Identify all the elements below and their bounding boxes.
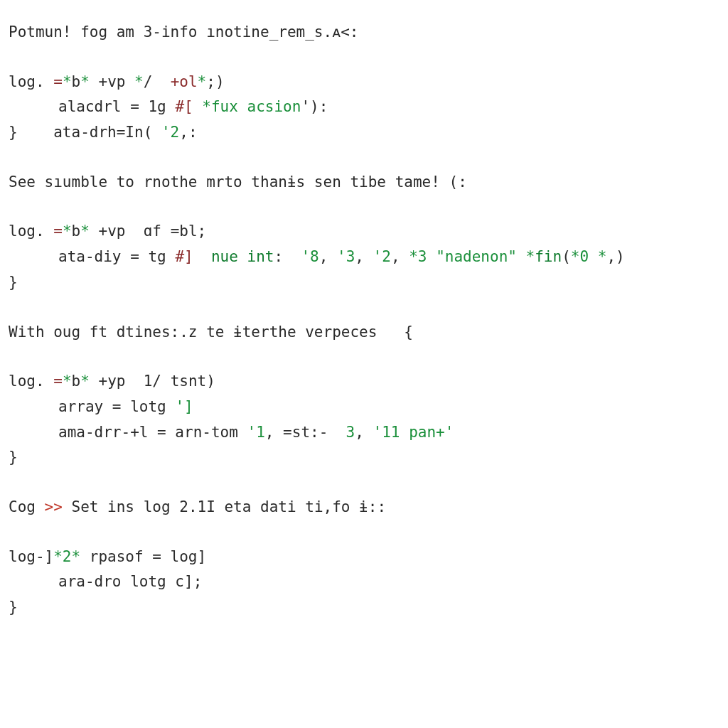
code-token: * xyxy=(202,98,211,115)
code-token: ata-diy = tg xyxy=(58,248,175,265)
code-token: log. xyxy=(9,223,53,240)
code-token: *0 * xyxy=(571,248,607,265)
code-token: } xyxy=(9,599,18,616)
code-token: '] xyxy=(175,398,193,415)
code-token: ara-dro lotg c]; xyxy=(58,573,202,590)
code-token: fux acsion xyxy=(211,98,301,115)
code-token: +vp xyxy=(98,73,134,90)
code-block: See sıumble to rnothe mrto thanɨs sen ti… xyxy=(9,170,719,296)
code-token: +vp xyxy=(98,223,143,240)
code-token: ama-drr-+l = arn-tom xyxy=(58,424,247,441)
prose-line: Cog >> Set ins log 2.1I eta dati ti,fo ɨ… xyxy=(9,495,719,520)
code-token: nue int xyxy=(211,248,274,265)
code-block: With oug ft dtines:.z te ɨterthe verpece… xyxy=(9,320,719,471)
code-token: * xyxy=(80,373,98,390)
code-token: *2* xyxy=(53,548,80,565)
code-token: alacdrl = 1g xyxy=(58,98,175,115)
code-token: = xyxy=(53,373,63,390)
code-token: } xyxy=(9,449,18,466)
code-token: Set ins log 2.1I eta dati ti,fo ɨ:: xyxy=(72,498,387,515)
code-token: * xyxy=(517,248,535,265)
code-token: 1/ tsnt) xyxy=(144,373,215,390)
code-line: } xyxy=(9,445,719,471)
code-token: ,) xyxy=(606,248,624,265)
prose-line: See sıumble to rnothe mrto thanɨs sen ti… xyxy=(9,170,719,196)
code-token: 3 xyxy=(337,424,355,441)
code-token: b xyxy=(72,223,81,240)
code-line: array = lotg '] xyxy=(9,395,719,420)
code-line: } xyxy=(9,270,719,296)
prose-text: With oug ft dtines:.z te ɨterthe verpece… xyxy=(9,323,413,341)
code-token: '2 xyxy=(161,124,179,141)
code-token: Cog xyxy=(9,498,45,515)
code-token: ata-drh=In( xyxy=(53,124,161,141)
code-token: * xyxy=(63,73,72,90)
code-token: log. xyxy=(9,373,53,390)
code-token: b xyxy=(72,73,81,90)
code-document: Potmun! fog am 3-info ınotine_rem_s.ᴀ<:l… xyxy=(9,20,719,621)
code-line: } xyxy=(9,595,719,621)
code-token: #[ xyxy=(175,98,202,115)
code-line: alacdrl = 1g #[ *fux acsion'): xyxy=(9,95,719,120)
code-token: = xyxy=(53,223,63,240)
code-token: b xyxy=(72,373,81,390)
code-token: log-] xyxy=(9,548,53,565)
code-token: =bl; xyxy=(171,223,207,240)
code-token: '3 xyxy=(337,248,355,265)
code-block: Potmun! fog am 3-info ınotine_rem_s.ᴀ<:l… xyxy=(9,20,719,146)
code-token: '1 xyxy=(247,424,265,441)
code-line: ata-diy = tg #] nue int: '8, '3, '2, *3 … xyxy=(9,245,719,270)
code-token: '2 xyxy=(373,248,391,265)
code-token: * xyxy=(198,73,207,90)
code-token: >> xyxy=(45,498,72,515)
code-line: ara-dro lotg c]; xyxy=(9,569,719,595)
code-token: * xyxy=(80,73,98,90)
code-token: , xyxy=(391,248,409,265)
code-token: rpasof = log] xyxy=(80,548,206,565)
code-line: log-]*2* rpasof = log] xyxy=(9,545,719,570)
code-line: log. =*b* +vp ɑf =bl; xyxy=(9,219,719,245)
code-token: "nadenon" xyxy=(436,248,517,265)
code-token: * xyxy=(134,73,144,90)
code-block: Cog >> Set ins log 2.1I eta dati ti,fo ɨ… xyxy=(9,495,719,621)
code-token: array = lotg xyxy=(58,398,175,415)
code-token: '8 xyxy=(301,248,318,265)
code-token: fin xyxy=(535,248,562,265)
code-line: log. =*b* +vp */ +ol*;) xyxy=(9,70,719,95)
code-token: ɑf xyxy=(144,223,171,240)
code-token: *3 xyxy=(409,248,436,265)
code-token: '11 pan+' xyxy=(373,424,454,441)
code-token: '): xyxy=(301,98,328,115)
code-token: * xyxy=(63,223,72,240)
code-token: =st:- xyxy=(283,424,337,441)
code-token: * xyxy=(63,373,72,390)
code-token: log. xyxy=(9,73,53,90)
code-token: , xyxy=(355,424,373,441)
code-line: ama-drr-+l = arn-tom '1, =st:- 3, '11 pa… xyxy=(9,420,719,446)
code-token: * xyxy=(80,223,98,240)
code-token: ;) xyxy=(206,73,224,90)
code-token: , xyxy=(265,424,283,441)
code-token: , xyxy=(355,248,373,265)
code-token: : xyxy=(274,248,301,265)
code-token: = xyxy=(53,73,63,90)
code-token: } xyxy=(9,274,18,291)
code-line: log. =*b* +yp 1/ tsnt) xyxy=(9,369,719,395)
code-token: } xyxy=(9,124,53,141)
code-token: #] xyxy=(175,248,211,265)
prose-line: Potmun! fog am 3-info ınotine_rem_s.ᴀ<: xyxy=(9,20,719,46)
code-token: , xyxy=(319,248,337,265)
prose-text: See sıumble to rnothe mrto thanɨs sen ti… xyxy=(9,173,467,191)
code-token: ,: xyxy=(179,124,197,141)
code-token: ( xyxy=(562,248,571,265)
code-token: +ol xyxy=(171,73,198,90)
code-line: } ata-drh=In( '2,: xyxy=(9,120,719,146)
code-token: +yp xyxy=(98,373,143,390)
code-token: / xyxy=(144,73,171,90)
prose-text: Potmun! fog am 3-info ınotine_rem_s.ᴀ<: xyxy=(9,23,358,41)
prose-line: With oug ft dtines:.z te ɨterthe verpece… xyxy=(9,320,719,346)
